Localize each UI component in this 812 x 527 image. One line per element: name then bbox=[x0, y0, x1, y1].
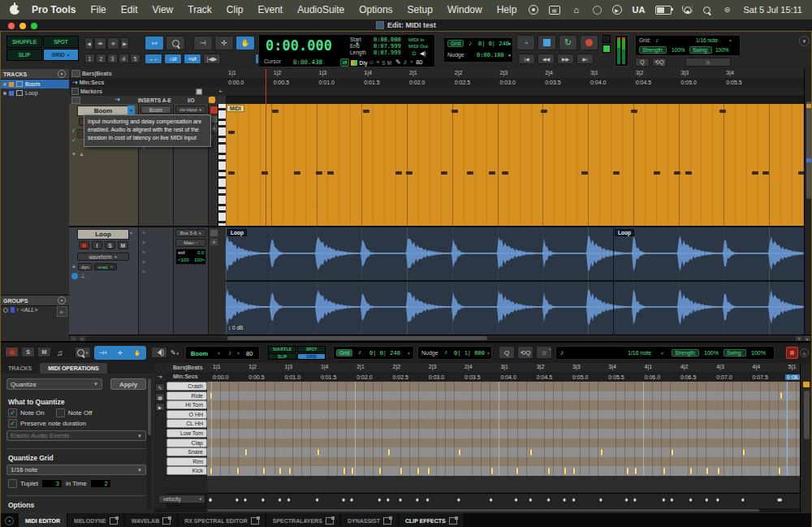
loop-play-button[interactable]: ↻ bbox=[559, 35, 577, 50]
editor-swing-label[interactable]: Swing: bbox=[723, 349, 746, 356]
menu-item-help[interactable]: Help bbox=[490, 4, 525, 15]
quantize-button[interactable]: Q bbox=[635, 58, 650, 67]
velocity-diamond[interactable]: ♦ bbox=[399, 496, 402, 503]
velocity-diamond[interactable]: ♦ bbox=[287, 496, 291, 503]
boom-patch-icon[interactable]: ▲ bbox=[79, 151, 84, 158]
length-value[interactable]: 0:07.999 bbox=[374, 50, 401, 56]
midi-note[interactable] bbox=[458, 448, 461, 456]
record-button[interactable] bbox=[580, 35, 598, 50]
menu-item-file[interactable]: File bbox=[83, 4, 113, 15]
main-vertical-scrollbar[interactable] bbox=[804, 69, 812, 335]
editor-scrubber-tool[interactable]: ) bbox=[151, 347, 167, 358]
trim-tool[interactable]: ⊣ bbox=[193, 36, 213, 50]
velocity-diamond[interactable]: ♦ bbox=[490, 496, 493, 503]
velocity-diamond[interactable]: ♦ bbox=[342, 496, 345, 503]
track-view-icon[interactable] bbox=[71, 97, 80, 104]
bottom-tab-spectralayers[interactable]: SPECTRALAYERS bbox=[266, 513, 341, 527]
midi-clip-note[interactable] bbox=[327, 171, 334, 175]
editor-smart-tool[interactable]: ✋ bbox=[129, 347, 145, 359]
velocity-diamond[interactable]: ♦ bbox=[599, 496, 603, 503]
velocity-diamond[interactable]: ♦ bbox=[705, 496, 708, 503]
menu-item-pro-tools[interactable]: Pro Tools bbox=[24, 4, 83, 15]
velocity-diamond[interactable]: ♦ bbox=[278, 496, 281, 503]
bottom-tab-midi-editor[interactable]: MIDI EDITOR bbox=[19, 513, 67, 527]
editor-note-value[interactable]: 1/16 note bbox=[628, 350, 651, 356]
editor-trim-tool[interactable]: ⊣+ bbox=[95, 347, 111, 359]
tempo-value[interactable]: 80 bbox=[416, 58, 422, 66]
editor-nudge-note-icon[interactable]: ♪ bbox=[444, 348, 447, 356]
menu-item-event[interactable]: Event bbox=[251, 4, 291, 15]
strength-value[interactable]: 100% bbox=[672, 47, 685, 53]
editor-shuffle-mode[interactable]: SHUFFLE bbox=[268, 346, 296, 352]
velocity-diamond[interactable]: ♦ bbox=[416, 496, 419, 503]
midi-note[interactable] bbox=[378, 467, 382, 475]
editor-zoomer-tool[interactable]: ▼ bbox=[75, 347, 91, 358]
drum-lane-cl-hh[interactable]: CL HH bbox=[166, 419, 207, 428]
velocity-diamond[interactable]: ♦ bbox=[457, 496, 460, 503]
apple-menu-icon[interactable] bbox=[10, 5, 19, 15]
editor-track-caret[interactable]: ▼ bbox=[217, 351, 221, 356]
midi-note[interactable] bbox=[343, 467, 346, 475]
grabber-tool[interactable]: ✛ bbox=[214, 36, 234, 50]
menu-item-options[interactable]: Options bbox=[352, 4, 400, 15]
velocity-diamond[interactable]: ♦ bbox=[261, 496, 265, 503]
menu-item-view[interactable]: View bbox=[145, 4, 180, 15]
groups-menu-icon[interactable]: ▼ bbox=[58, 296, 66, 305]
screen-recording-icon[interactable] bbox=[529, 5, 538, 15]
boom-insert-a[interactable]: Boom bbox=[140, 106, 171, 114]
midi-note[interactable] bbox=[780, 391, 783, 400]
midi-note[interactable] bbox=[427, 467, 430, 475]
loop-name-menu-icon[interactable]: ▼ bbox=[129, 231, 133, 235]
wifi-icon[interactable] bbox=[682, 6, 693, 14]
velocity-diamond[interactable]: ♦ bbox=[741, 496, 745, 503]
mute-status[interactable]: M bbox=[387, 60, 391, 66]
midi-note[interactable] bbox=[288, 467, 292, 475]
drum-lane-hi-tom[interactable]: Hi Tom bbox=[166, 400, 207, 409]
bottom-tab-rx-spectral-editor[interactable]: RX SPECTRAL EDITOR bbox=[178, 513, 266, 527]
vscroll-handle[interactable] bbox=[806, 102, 811, 199]
sidebar-track-loop[interactable]: Loop bbox=[0, 89, 69, 97]
loop-track-header[interactable]: Loop ▼ I S M waveform▼ ✦ dyn read▼ ⊥ bbox=[69, 227, 138, 335]
velocity-diamond[interactable]: ♦ bbox=[316, 496, 319, 503]
tuplet-checkbox[interactable]: ✓ bbox=[8, 479, 17, 488]
loop-insert-e[interactable]: ∗ bbox=[141, 269, 146, 275]
loop-mute-button[interactable]: M bbox=[118, 241, 128, 249]
go-to-end-button[interactable]: ▶| bbox=[577, 54, 594, 64]
boom-name-menu-icon[interactable]: ▼ bbox=[127, 106, 135, 114]
editor-grid-note-icon[interactable]: ♪ bbox=[358, 348, 361, 356]
strength-label[interactable]: Strength: bbox=[639, 46, 667, 54]
drum-lane-rim[interactable]: Rim bbox=[166, 457, 207, 466]
editor-note-value-caret[interactable]: ▼ bbox=[660, 351, 664, 356]
midi-clip[interactable]: MIDI bbox=[226, 104, 804, 227]
midi-clip-note[interactable] bbox=[228, 171, 235, 175]
q-grid-value[interactable]: 1/16 note bbox=[696, 37, 718, 43]
midi-note[interactable] bbox=[209, 467, 213, 475]
return-to-zero-button[interactable]: |◀ bbox=[518, 54, 535, 64]
link-track-button[interactable]: ≡⇄ bbox=[184, 54, 201, 64]
menu-item-audiosuite[interactable]: AudioSuite bbox=[290, 4, 352, 15]
zoom-vertical-button[interactable]: ≑ bbox=[107, 37, 119, 50]
editor-target-icon[interactable]: ◎ bbox=[800, 348, 809, 357]
loop-solo-button[interactable]: S bbox=[105, 241, 115, 249]
loop-anchor-icon[interactable]: ⊥ bbox=[80, 273, 85, 279]
zoom-toggle-tool[interactable]: ⇿ bbox=[145, 36, 164, 50]
midi-clip-note[interactable] bbox=[581, 171, 588, 175]
editor-solo-button[interactable]: S bbox=[21, 347, 35, 357]
midi-clip-note[interactable] bbox=[613, 171, 620, 175]
track-visibility-dot[interactable] bbox=[3, 92, 6, 95]
midi-note[interactable] bbox=[547, 467, 551, 475]
touch-id-icon[interactable] bbox=[593, 6, 602, 15]
editor-grid-mode[interactable]: GRID bbox=[297, 353, 326, 360]
zoom-in-button[interactable]: ▶ bbox=[120, 37, 129, 50]
grid-value[interactable]: 0| 0| 240 bbox=[478, 41, 509, 47]
loop-elastic-icon[interactable] bbox=[71, 273, 78, 279]
editor-hscroll-handle[interactable] bbox=[207, 509, 759, 512]
midi-note[interactable] bbox=[663, 467, 666, 475]
editor-close-button[interactable] bbox=[786, 347, 798, 359]
control-center-icon[interactable]: ⊜ bbox=[721, 4, 732, 15]
editor-vertical-scrollbar[interactable] bbox=[800, 363, 812, 512]
tab-bar-target-icon[interactable]: ● bbox=[0, 513, 19, 527]
group-sort-icon[interactable]: a↓ bbox=[57, 306, 67, 317]
panel-scrollbar[interactable] bbox=[147, 376, 152, 509]
slip-mode-button[interactable]: SLIP bbox=[6, 49, 42, 61]
